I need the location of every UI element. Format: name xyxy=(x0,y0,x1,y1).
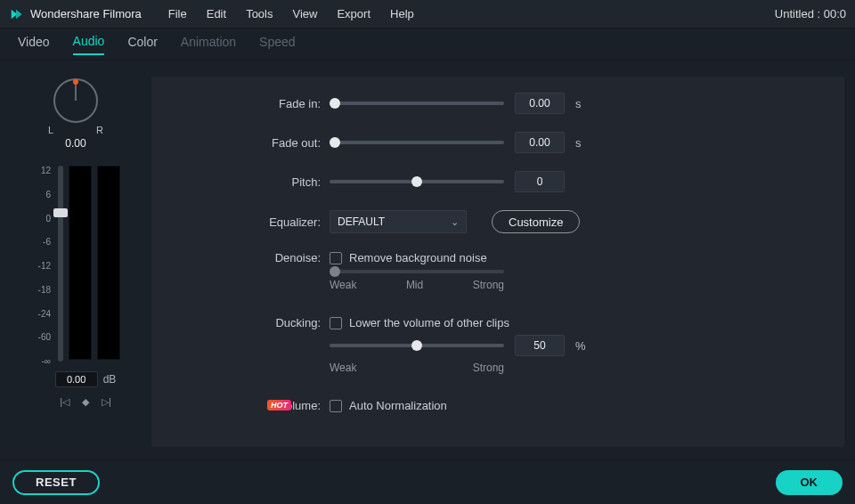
pitch-label: Pitch: xyxy=(151,175,330,189)
tab-color[interactable]: Color xyxy=(127,35,157,54)
tab-video[interactable]: Video xyxy=(18,35,50,54)
audio-properties-panel: Fade in: 0.00 s Fade out: 0.00 s Pitch: … xyxy=(151,77,844,447)
app-logo-icon xyxy=(9,7,23,21)
equalizer-selected: DEFAULT xyxy=(338,215,385,228)
pan-right-label: R xyxy=(96,125,103,135)
fade-out-label: Fade out: xyxy=(151,136,330,150)
tab-audio[interactable]: Audio xyxy=(73,34,105,55)
denoise-label: Denoise: xyxy=(151,251,330,264)
auto-normalization-checkbox[interactable] xyxy=(330,400,342,412)
add-key-icon[interactable]: ◆ xyxy=(82,396,89,408)
level-meter-right xyxy=(97,166,120,360)
denoise-weak: Weak xyxy=(330,279,356,291)
equalizer-select[interactable]: DEFAULT ⌄ xyxy=(330,210,467,233)
pan-value: 0.00 xyxy=(65,137,86,150)
ducking-input[interactable]: 50 xyxy=(515,335,565,356)
pan-knob[interactable] xyxy=(53,78,98,123)
ducking-option: Lower the volume of other clips xyxy=(349,316,509,329)
tab-speed: Speed xyxy=(259,35,295,54)
denoise-slider[interactable] xyxy=(330,270,504,273)
db-scale: 126 0-6 -12-18 -24-60 -∞ xyxy=(31,166,51,366)
menu-export[interactable]: Export xyxy=(337,7,370,20)
db-unit: dB xyxy=(103,373,117,386)
main-menu: File Edit Tools View Export Help xyxy=(168,7,414,20)
customize-button[interactable]: Customize xyxy=(492,210,580,233)
fade-out-slider[interactable] xyxy=(330,141,504,144)
category-tabs: Video Audio Color Animation Speed xyxy=(0,28,855,61)
app-title: Wondershare Filmora xyxy=(30,7,142,20)
ok-button[interactable]: OK xyxy=(776,470,843,495)
equalizer-label: Equalizer: xyxy=(151,215,330,229)
ducking-checkbox[interactable] xyxy=(330,317,342,329)
ducking-slider[interactable] xyxy=(330,344,504,347)
auto-normalization-option: Auto Normalization xyxy=(349,399,447,412)
fade-in-slider[interactable] xyxy=(330,102,504,105)
main-area: L R 0.00 126 0-6 -12-18 -24-60 -∞ 0.00 d… xyxy=(0,61,855,459)
ducking-strong: Strong xyxy=(473,362,504,374)
hot-badge: HOT xyxy=(267,400,291,411)
denoise-strong: Strong xyxy=(473,279,504,291)
project-title: Untitled : 00:0 xyxy=(775,7,846,20)
menu-file[interactable]: File xyxy=(168,7,187,20)
db-value[interactable]: 0.00 xyxy=(55,371,98,387)
menu-help[interactable]: Help xyxy=(390,7,414,20)
next-key-icon[interactable]: ▷| xyxy=(102,396,111,408)
volume-label: HOT Volume: xyxy=(151,399,330,412)
pitch-slider[interactable] xyxy=(330,180,504,183)
ducking-label: Ducking: xyxy=(151,316,330,329)
denoise-checkbox[interactable] xyxy=(330,252,342,264)
ducking-weak: Weak xyxy=(330,362,356,374)
volume-slider[interactable] xyxy=(58,166,63,362)
audio-meter-panel: L R 0.00 126 0-6 -12-18 -24-60 -∞ 0.00 d… xyxy=(0,61,151,459)
footer: RESET OK xyxy=(0,459,855,504)
pitch-input[interactable]: 0 xyxy=(515,171,565,192)
fade-in-input[interactable]: 0.00 xyxy=(515,93,565,114)
ducking-unit: % xyxy=(575,339,586,353)
chevron-down-icon: ⌄ xyxy=(451,216,459,228)
level-meter-left xyxy=(69,166,92,360)
menu-view[interactable]: View xyxy=(292,7,317,20)
reset-button[interactable]: RESET xyxy=(12,470,100,495)
menu-tools[interactable]: Tools xyxy=(246,7,273,20)
pan-left-label: L xyxy=(48,125,53,135)
titlebar: Wondershare Filmora File Edit Tools View… xyxy=(0,0,855,28)
prev-key-icon[interactable]: |◁ xyxy=(60,396,69,408)
fade-in-unit: s xyxy=(575,97,582,110)
denoise-mid: Mid xyxy=(406,279,423,291)
fade-out-input[interactable]: 0.00 xyxy=(515,132,565,153)
fade-in-label: Fade in: xyxy=(151,97,330,110)
fade-out-unit: s xyxy=(575,136,582,150)
tab-animation: Animation xyxy=(181,35,236,54)
menu-edit[interactable]: Edit xyxy=(207,7,226,20)
denoise-option: Remove background noise xyxy=(349,251,487,264)
